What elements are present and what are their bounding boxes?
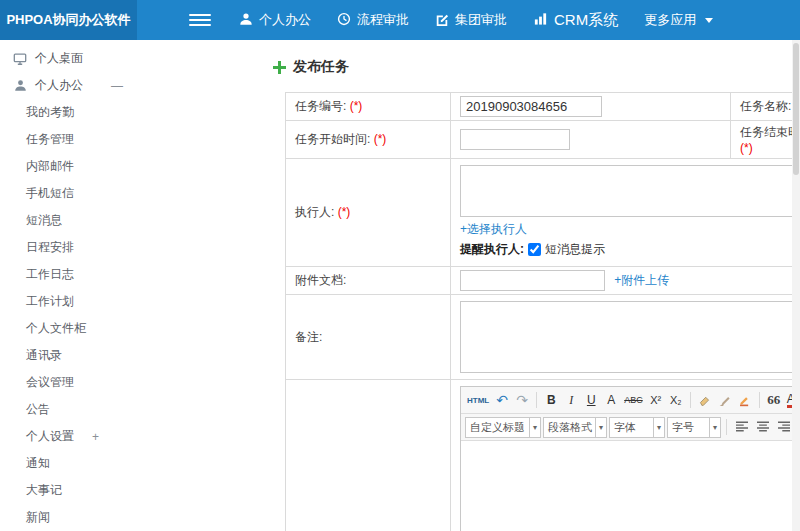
blockquote-button[interactable]: 66 [765, 390, 783, 410]
superscript-button[interactable]: X² [647, 390, 665, 410]
person-icon [239, 12, 253, 29]
sidebar-item-news[interactable]: 新闻 [0, 504, 137, 531]
sidebar-item-sms[interactable]: 手机短信 [0, 180, 137, 207]
attachment-upload-link[interactable]: +附件上传 [614, 273, 669, 287]
person-icon [12, 78, 28, 94]
task-number-input[interactable] [460, 96, 602, 117]
sidebar-item-short-message[interactable]: 短消息 [0, 207, 137, 234]
sidebar-item-label: 新闻 [26, 509, 50, 526]
sidebar-item-personal-settings[interactable]: 个人设置 + [0, 423, 137, 450]
attachment-input[interactable] [460, 270, 605, 291]
start-time-input[interactable] [460, 129, 570, 150]
sidebar-item-meeting[interactable]: 会议管理 [0, 369, 137, 396]
chevron-down-icon: ▾ [653, 418, 664, 437]
page-title: 发布任务 [273, 58, 800, 76]
sidebar-item-label: 通讯录 [26, 347, 62, 364]
executor-label: 执行人: (*) [286, 159, 451, 267]
font-size-dropdown[interactable]: 字号▾ [667, 417, 721, 438]
nav-label: 集团审批 [455, 11, 507, 29]
sidebar-item-label: 工作计划 [26, 293, 74, 310]
custom-title-dropdown[interactable]: 自定义标题▾ [465, 417, 541, 438]
undo-icon[interactable]: ↶ [493, 390, 511, 410]
menu-toggle-icon[interactable] [189, 0, 211, 40]
sidebar-item-label: 大事记 [26, 482, 62, 499]
nav-personal-office[interactable]: 个人办公 [239, 11, 311, 29]
sidebar-group-personal-office[interactable]: 个人办公 — [0, 72, 137, 99]
task-name-label: 任务名称: (*) [731, 93, 800, 121]
nav-label: 流程审批 [357, 11, 409, 29]
chevron-down-icon: ▾ [595, 418, 606, 437]
scrollbar-thumb[interactable] [793, 43, 799, 175]
sidebar-item-file-cabinet[interactable]: 个人文件柜 [0, 315, 137, 342]
sidebar-item-label: 手机短信 [26, 185, 74, 202]
vertical-scrollbar[interactable] [792, 40, 800, 531]
highlight-pen-icon[interactable] [736, 390, 754, 410]
sidebar-item-label: 个人文件柜 [26, 320, 86, 337]
sidebar-item-events[interactable]: 大事记 [0, 477, 137, 504]
nav-group-approval[interactable]: 集团审批 [435, 11, 507, 29]
format-brush-icon[interactable] [716, 390, 734, 410]
subscript-button[interactable]: X₂ [667, 390, 685, 410]
bar-chart-icon [533, 11, 548, 29]
sidebar-item-label: 日程安排 [26, 239, 74, 256]
executor-textarea[interactable] [460, 165, 800, 217]
expand-indicator[interactable]: + [92, 430, 99, 444]
table-row: 任务开始时间: (*) 任务结束时间: (*) [286, 121, 800, 159]
sidebar-item-label: 个人桌面 [35, 50, 83, 67]
sidebar-item-contacts[interactable]: 通讯录 [0, 342, 137, 369]
sms-remind-checkbox[interactable] [528, 243, 541, 256]
table-row: 任务描述: (*) HTML ↶ ↷ B I U [286, 380, 800, 531]
align-center-icon[interactable] [753, 418, 772, 437]
clock-icon [337, 12, 351, 29]
sidebar-item-announcement[interactable]: 公告 [0, 396, 137, 423]
nav-workflow-approval[interactable]: 流程审批 [337, 11, 409, 29]
redo-icon[interactable]: ↷ [513, 390, 531, 410]
chevron-down-icon: ▾ [709, 418, 720, 437]
align-right-icon[interactable] [774, 418, 793, 437]
sidebar-item-task-management[interactable]: 任务管理 [0, 126, 137, 153]
edit-square-icon [435, 12, 449, 29]
sidebar-item-label: 公告 [26, 401, 50, 418]
sidebar-item-work-log[interactable]: 工作日志 [0, 261, 137, 288]
paragraph-format-dropdown[interactable]: 段落格式▾ [543, 417, 607, 438]
eraser-icon[interactable] [696, 390, 714, 410]
sidebar-item-work-plan[interactable]: 工作计划 [0, 288, 137, 315]
sidebar-item-desktop[interactable]: 个人桌面 [0, 45, 137, 72]
font-button[interactable]: A [602, 390, 620, 410]
desktop-icon [12, 51, 28, 67]
remark-textarea[interactable] [460, 301, 800, 373]
collapse-indicator[interactable]: — [111, 79, 123, 93]
strikethrough-button[interactable]: ABC [622, 390, 645, 410]
nav-more-apps[interactable]: 更多应用 [644, 11, 713, 29]
table-row: 附件文档: +附件上传 [286, 267, 800, 295]
sidebar: 个人桌面 个人办公 — 我的考勤 任务管理 内部邮件 手机短信 短消息 日程安排… [0, 40, 137, 531]
html-source-button[interactable]: HTML [465, 390, 491, 410]
rich-text-editor: HTML ↶ ↷ B I U A ABC X² X₂ [460, 386, 800, 531]
sms-remind-text: 短消息提示 [545, 241, 605, 258]
sidebar-item-schedule[interactable]: 日程安排 [0, 234, 137, 261]
start-time-label: 任务开始时间: (*) [286, 121, 451, 159]
italic-button[interactable]: I [562, 390, 580, 410]
bold-button[interactable]: B [542, 390, 560, 410]
sidebar-item-label: 内部邮件 [26, 158, 74, 175]
underline-button[interactable]: U [582, 390, 600, 410]
nav-label: CRM系统 [554, 11, 618, 30]
nav-label: 个人办公 [259, 11, 311, 29]
sidebar-item-internal-mail[interactable]: 内部邮件 [0, 153, 137, 180]
page-title-text: 发布任务 [293, 58, 349, 76]
choose-executor-link[interactable]: +选择执行人 [460, 222, 527, 236]
end-time-label: 任务结束时间: (*) [731, 121, 800, 159]
font-family-dropdown[interactable]: 字体▾ [609, 417, 665, 438]
toolbar-separator [759, 392, 760, 408]
editor-content-area[interactable] [461, 441, 800, 531]
sidebar-item-label: 我的考勤 [26, 104, 74, 121]
nav-crm-system[interactable]: CRM系统 [533, 11, 618, 30]
align-left-icon[interactable] [732, 418, 751, 437]
toolbar-separator [536, 392, 537, 408]
top-nav: 个人办公 流程审批 集团审批 CRM系统 更多应用 [239, 0, 713, 40]
sidebar-item-notification[interactable]: 通知 [0, 450, 137, 477]
chevron-down-icon [705, 18, 713, 23]
table-row: 执行人: (*) +选择执行人 提醒执行人: 短消息提示 [286, 159, 800, 267]
sidebar-item-attendance[interactable]: 我的考勤 [0, 99, 137, 126]
attachment-label: 附件文档: [286, 267, 451, 295]
